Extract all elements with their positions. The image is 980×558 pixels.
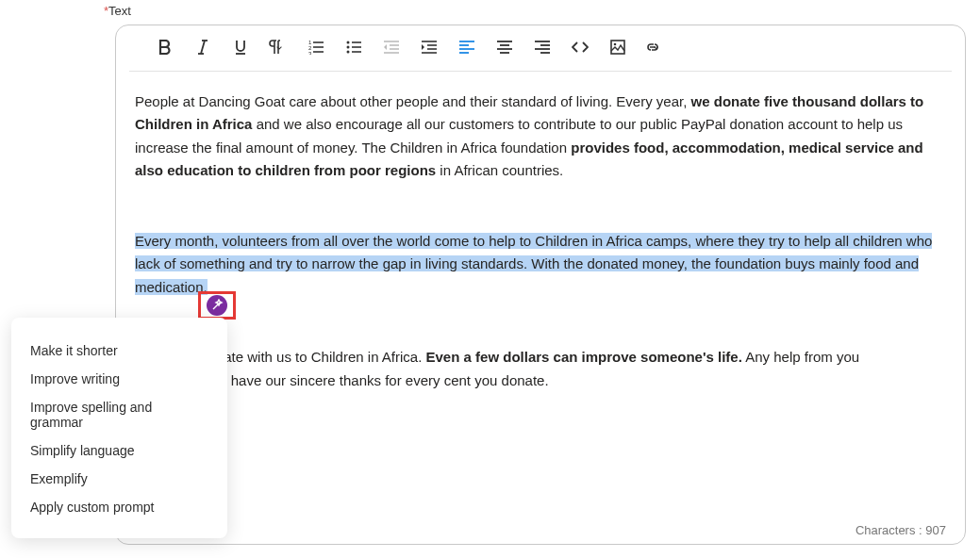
char-count-label: Characters : bbox=[855, 523, 925, 537]
paragraph-3: world and donate with us to Children in … bbox=[135, 346, 946, 392]
rich-text-editor: 123 People at Dancing Go bbox=[115, 25, 966, 545]
field-label-text: Text bbox=[108, 4, 131, 18]
code-button[interactable] bbox=[561, 33, 599, 61]
svg-point-11 bbox=[347, 46, 350, 49]
indent-button[interactable] bbox=[410, 33, 448, 61]
svg-text:3: 3 bbox=[308, 51, 312, 55]
outdent-button[interactable] bbox=[373, 33, 410, 61]
outdent-icon bbox=[384, 40, 399, 55]
paragraph-format-button[interactable] bbox=[259, 33, 297, 61]
paragraph-format-icon bbox=[268, 40, 289, 55]
menu-item-improve-spelling[interactable]: Improve spelling and grammar bbox=[11, 393, 227, 436]
align-center-button[interactable] bbox=[486, 33, 523, 61]
align-right-button[interactable] bbox=[523, 33, 561, 61]
ai-assist-menu: Make it shorter Improve writing Improve … bbox=[11, 318, 227, 538]
underline-button[interactable] bbox=[222, 33, 259, 61]
editor-content-area[interactable]: People at Dancing Goat care about other … bbox=[116, 72, 965, 424]
editor-toolbar: 123 bbox=[129, 25, 952, 72]
link-icon bbox=[645, 40, 666, 55]
bold-icon bbox=[158, 40, 172, 55]
selected-text: Every month, volunteers from all over th… bbox=[135, 233, 932, 295]
char-count-value: 907 bbox=[925, 523, 946, 537]
italic-button[interactable] bbox=[184, 33, 222, 61]
align-center-icon bbox=[497, 40, 512, 55]
menu-item-simplify-language[interactable]: Simplify language bbox=[11, 436, 227, 465]
underline-icon bbox=[234, 40, 247, 55]
code-icon bbox=[572, 40, 589, 55]
svg-point-10 bbox=[347, 41, 350, 44]
indent-icon bbox=[422, 40, 437, 55]
image-icon bbox=[610, 40, 625, 55]
menu-item-exemplify[interactable]: Exemplify bbox=[11, 465, 227, 493]
ordered-list-button[interactable]: 123 bbox=[297, 33, 335, 61]
bold-button[interactable] bbox=[146, 33, 184, 61]
paragraph-1: People at Dancing Goat care about other … bbox=[135, 90, 946, 183]
menu-item-make-shorter[interactable]: Make it shorter bbox=[11, 336, 227, 365]
align-left-icon bbox=[459, 40, 474, 55]
italic-icon bbox=[196, 40, 209, 55]
insert-link-button[interactable] bbox=[637, 33, 674, 61]
field-label: *Text bbox=[104, 4, 131, 18]
wand-icon bbox=[210, 299, 224, 312]
character-count: Characters : 907 bbox=[850, 519, 952, 541]
insert-image-button[interactable] bbox=[599, 33, 637, 61]
ai-assist-floating-button[interactable] bbox=[198, 291, 236, 320]
unordered-list-button[interactable] bbox=[335, 33, 373, 61]
paragraph-2-selected: Every month, volunteers from all over th… bbox=[135, 230, 946, 299]
svg-line-2 bbox=[201, 41, 205, 54]
ai-magic-icon bbox=[207, 295, 227, 316]
align-left-button[interactable] bbox=[448, 33, 486, 61]
unordered-list-icon bbox=[346, 40, 361, 55]
svg-point-37 bbox=[614, 43, 617, 46]
menu-item-custom-prompt[interactable]: Apply custom prompt bbox=[11, 493, 227, 521]
svg-point-12 bbox=[347, 51, 350, 54]
ordered-list-icon: 123 bbox=[308, 40, 324, 55]
align-right-icon bbox=[535, 40, 550, 55]
menu-item-improve-writing[interactable]: Improve writing bbox=[11, 365, 227, 393]
